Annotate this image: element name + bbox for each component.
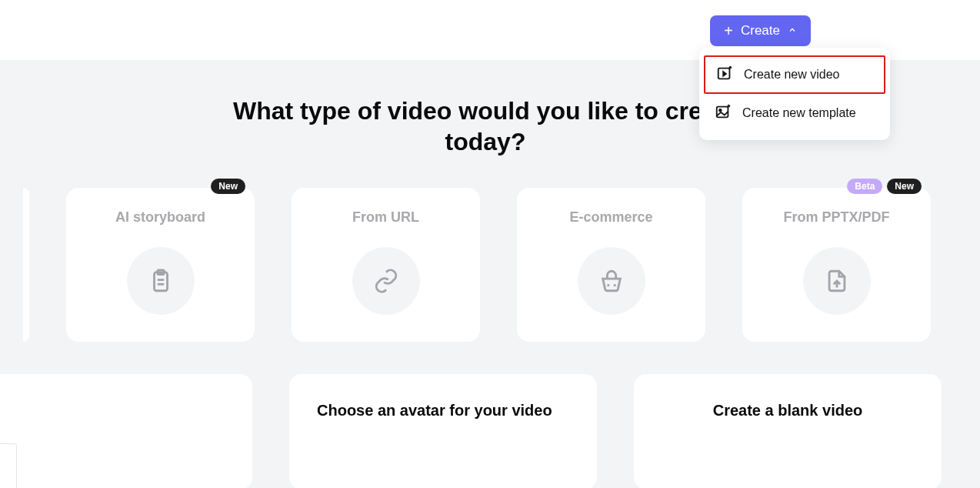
- create-button[interactable]: + Create: [710, 15, 811, 46]
- panel-title: Choose an avatar for your video: [317, 400, 569, 420]
- card-title: AI storyboard: [115, 209, 205, 226]
- dropdown-item-label: Create new video: [744, 68, 840, 82]
- bottom-row: Choose an avatar for your video Create a…: [0, 374, 971, 488]
- panel-sliver-left[interactable]: [0, 374, 252, 488]
- badge-new: New: [211, 179, 245, 194]
- card-from-pptx-pdf[interactable]: Beta New From PPTX/PDF: [742, 188, 931, 342]
- top-bar: + Create Create new video Create new tem…: [0, 0, 980, 60]
- clipboard-icon: [127, 247, 195, 315]
- card-title: From URL: [352, 209, 419, 226]
- cards-row: New AI storyboard From URL E-commerce: [0, 188, 971, 374]
- card-title: E-commerce: [569, 209, 652, 226]
- svg-rect-4: [717, 107, 728, 118]
- card-from-url[interactable]: From URL: [292, 188, 480, 342]
- link-icon: [352, 247, 420, 315]
- page-heading: What type of video would you like to cre…: [216, 60, 755, 188]
- card-ecommerce[interactable]: E-commerce: [517, 188, 705, 342]
- card-sliver-left[interactable]: [23, 188, 29, 342]
- svg-marker-1: [723, 72, 726, 76]
- create-button-label: Create: [741, 23, 780, 38]
- create-dropdown: Create new video Create new template: [699, 48, 890, 140]
- bottom-left-tab[interactable]: [0, 443, 17, 488]
- dropdown-item-new-video[interactable]: Create new video: [704, 55, 885, 94]
- video-play-icon: [716, 65, 733, 85]
- panel-blank-video[interactable]: Create a blank video: [634, 374, 942, 488]
- chevron-up-icon: [788, 25, 797, 37]
- badge-new: New: [887, 179, 922, 194]
- card-title: From PPTX/PDF: [783, 209, 889, 226]
- svg-point-5: [719, 109, 722, 112]
- badges: Beta New: [847, 179, 922, 194]
- panel-title: Create a blank video: [662, 400, 914, 420]
- image-icon: [715, 103, 732, 123]
- basket-icon: [578, 247, 645, 315]
- dropdown-item-label: Create new template: [742, 106, 856, 120]
- dropdown-item-new-template[interactable]: Create new template: [699, 94, 890, 132]
- panel-choose-avatar[interactable]: Choose an avatar for your video: [289, 374, 597, 488]
- card-ai-storyboard[interactable]: New AI storyboard: [66, 188, 255, 342]
- badges: New: [211, 179, 245, 194]
- plus-icon: +: [724, 23, 733, 38]
- file-upload-icon: [803, 247, 871, 315]
- badge-beta: Beta: [847, 179, 882, 194]
